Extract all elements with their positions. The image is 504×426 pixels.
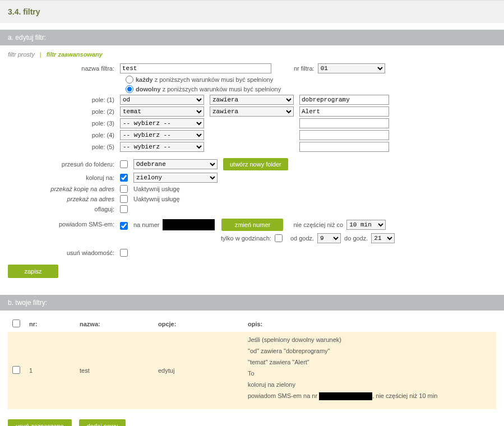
chk-hours[interactable] xyxy=(275,234,283,242)
val1-input[interactable] xyxy=(299,95,389,105)
activate-link-2[interactable]: Uaktywnij usługę xyxy=(133,196,180,202)
change-number-button[interactable]: zmień numer xyxy=(221,219,283,231)
table-row: 1 test edytuj Jeśli (spełniony dowolny w… xyxy=(8,332,496,409)
sms-number-redacted xyxy=(163,219,215,230)
tab-simple[interactable]: filtr prosty xyxy=(8,51,35,58)
label-field5: pole: (5) xyxy=(8,143,120,150)
th-options: opcje: xyxy=(154,316,243,332)
section-b-header: b. twoje filtry: xyxy=(0,295,504,311)
field3-select[interactable]: -- wybierz -- xyxy=(120,118,204,128)
filter-nr-select[interactable]: 01 xyxy=(318,63,385,73)
val3-input[interactable] xyxy=(299,118,389,128)
chk-select-all[interactable] xyxy=(12,320,20,327)
page-title: 3.4. filtry xyxy=(8,7,496,16)
val5-input[interactable] xyxy=(299,142,389,152)
cell-desc: Jeśli (spełniony dowolny warunek) "od" z… xyxy=(243,332,496,409)
label-field1: pole: (1) xyxy=(8,96,120,103)
freq-select[interactable]: 10 min xyxy=(346,220,386,230)
radio-any[interactable] xyxy=(126,85,133,93)
field5-select[interactable]: -- wybierz -- xyxy=(120,142,204,152)
label-filter-nr: nr filtra: xyxy=(294,65,315,72)
tab-separator: | xyxy=(40,51,41,58)
save-button[interactable]: zapisz xyxy=(8,265,58,278)
new-folder-button[interactable]: utwórz nowy folder xyxy=(223,158,288,170)
filters-table: nr: nazwa: opcje: opis: 1 test edytuj Je… xyxy=(8,316,496,409)
label-filter-name: nazwa filtra: xyxy=(8,65,120,72)
op2-select[interactable]: zawiera xyxy=(210,106,294,117)
desc-number-redacted xyxy=(319,392,372,400)
add-new-button[interactable]: dodaj nowy xyxy=(79,419,126,426)
hour-to-select[interactable]: 21 xyxy=(371,233,395,243)
radio-every[interactable] xyxy=(126,76,133,84)
radio-any-rest: z poniższych warunków musi być spełniony xyxy=(161,86,281,92)
th-name: nazwa: xyxy=(75,316,154,332)
th-desc: opis: xyxy=(243,316,496,332)
section-a-header: a. edytuj filtr: xyxy=(0,30,504,45)
radio-any-bold: dowolny xyxy=(136,86,161,92)
hour-from-select[interactable]: 9 xyxy=(317,233,341,243)
label-forward-copy: przekaż kopię na adres xyxy=(8,186,120,192)
color-select[interactable]: zielony xyxy=(133,173,218,183)
chk-forward-copy[interactable] xyxy=(120,185,128,193)
label-do-godz: do godz. xyxy=(344,235,368,242)
chk-row-1[interactable] xyxy=(12,366,20,374)
label-forward: przekaż na adres xyxy=(8,196,120,202)
val2-input[interactable] xyxy=(299,106,389,117)
label-na-numer: na numer xyxy=(133,221,159,228)
cell-nr: 1 xyxy=(25,332,75,409)
label-delete-msg: usuń wiadomość: xyxy=(8,249,120,256)
label-field3: pole: (3) xyxy=(8,120,120,127)
field4-select[interactable]: -- wybierz -- xyxy=(120,130,204,140)
filter-tabs: filtr prosty | filtr zaawansowany xyxy=(8,51,496,58)
val4-input[interactable] xyxy=(299,130,389,140)
label-move-to: przesuń do folderu: xyxy=(8,161,120,168)
label-od-godz: od godz. xyxy=(290,235,314,242)
chk-move-to[interactable] xyxy=(120,160,128,168)
chk-color[interactable] xyxy=(120,174,128,182)
label-sms: powiadom SMS-em: xyxy=(8,219,120,228)
label-field2: pole: (2) xyxy=(8,108,120,115)
label-flag: oflaguj: xyxy=(8,206,120,212)
label-color: koloruj na: xyxy=(8,174,120,181)
radio-every-rest: z poniższych warunków musi być spełniony xyxy=(153,76,274,83)
activate-link-1[interactable]: Uaktywnij usługę xyxy=(133,186,180,192)
label-field4: pole: (4) xyxy=(8,132,120,138)
tab-advanced[interactable]: filtr zaawansowany xyxy=(47,51,103,58)
field1-select[interactable]: od xyxy=(120,95,204,105)
edit-link[interactable]: edytuj xyxy=(158,367,174,374)
folder-select[interactable]: Odebrane xyxy=(133,159,218,169)
chk-flag[interactable] xyxy=(120,205,128,213)
chk-forward[interactable] xyxy=(120,195,128,203)
cell-name: test xyxy=(75,332,154,409)
field2-select[interactable]: temat xyxy=(120,106,204,117)
label-tylko-godz: tylko w godzinach: xyxy=(221,235,271,242)
radio-every-bold: każdy xyxy=(136,76,153,83)
chk-delete-msg[interactable] xyxy=(120,249,128,257)
op1-select[interactable]: zawiera xyxy=(210,95,294,105)
label-nie-czesciej: nie częściej niż co xyxy=(293,221,343,228)
filter-name-input[interactable] xyxy=(120,63,271,73)
th-nr: nr: xyxy=(25,316,75,332)
chk-sms[interactable] xyxy=(120,222,128,230)
delete-selected-button[interactable]: usuń zaznaczone xyxy=(8,419,72,426)
